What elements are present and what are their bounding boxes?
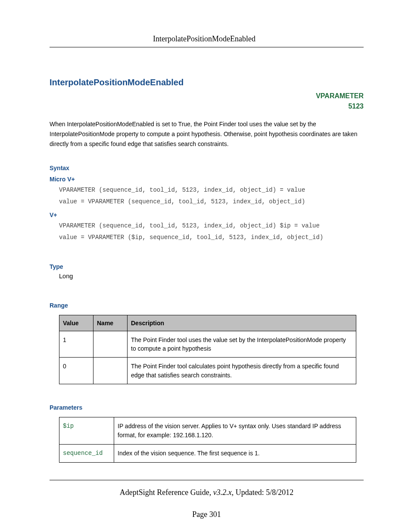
parameters-heading: Parameters <box>50 404 364 411</box>
footer-version: v3.2.x <box>213 488 232 497</box>
type-heading: Type <box>50 263 364 270</box>
table-row: $ip IP address of the vision server. App… <box>59 417 356 444</box>
range-cell-description: The Point Finder tool uses the value set… <box>128 331 356 358</box>
type-value: Long <box>50 273 364 280</box>
micro-vplus-code: VPARAMETER (sequence_id, tool_id, 5123, … <box>50 184 364 207</box>
parameter-description: IP address of the vision server. Applies… <box>114 417 356 444</box>
range-table: Value Name Description 1 The Point Finde… <box>59 315 356 384</box>
page-footer: AdeptSight Reference Guide, v3.2.x, Upda… <box>50 480 364 519</box>
footer-updated-date: 5/8/2012 <box>266 488 293 497</box>
range-cell-description: The Point Finder tool calculates point h… <box>128 358 356 384</box>
vplus-label: V+ <box>50 212 364 218</box>
table-row: 0 The Point Finder tool calculates point… <box>59 358 356 384</box>
header-title: InterpolatePositionModeEnabled <box>50 34 364 44</box>
article-title: InterpolatePositionModeEnabled <box>50 78 364 87</box>
table-header-row: Value Name Description <box>59 315 356 331</box>
range-cell-value: 0 <box>59 358 93 384</box>
parameter-description: Index of the vision sequence. The first … <box>114 444 356 462</box>
article-description: When InterpolatePositionModeEnabled is s… <box>50 119 364 149</box>
range-header-name: Name <box>93 315 128 331</box>
footer-updated-label: Updated: <box>236 488 266 497</box>
syntax-heading: Syntax <box>50 165 364 171</box>
vparameter-badge: VPARAMETER 5123 <box>50 91 364 112</box>
vplus-code: VPARAMETER (sequence_id, tool_id, 5123, … <box>50 220 364 243</box>
footer-guide-title: AdeptSight Reference Guide <box>120 488 209 497</box>
vparameter-number: 5123 <box>348 103 364 110</box>
vparameter-label: VPARAMETER <box>316 92 364 100</box>
parameter-name: $ip <box>59 417 114 444</box>
range-heading: Range <box>50 302 364 309</box>
table-row: sequence_id Index of the vision sequence… <box>59 444 356 462</box>
parameter-name: sequence_id <box>59 444 114 462</box>
footer-guide-line: AdeptSight Reference Guide, v3.2.x, Upda… <box>50 488 364 497</box>
range-cell-name <box>93 358 128 384</box>
range-cell-value: 1 <box>59 331 93 358</box>
range-header-description: Description <box>128 315 356 331</box>
page-header: InterpolatePositionModeEnabled <box>50 34 364 47</box>
page-number: Page 301 <box>50 510 364 519</box>
range-cell-name <box>93 331 128 358</box>
range-header-value: Value <box>59 315 93 331</box>
table-row: 1 The Point Finder tool uses the value s… <box>59 331 356 358</box>
parameters-table: $ip IP address of the vision server. App… <box>59 417 356 463</box>
micro-vplus-label: Micro V+ <box>50 176 364 183</box>
